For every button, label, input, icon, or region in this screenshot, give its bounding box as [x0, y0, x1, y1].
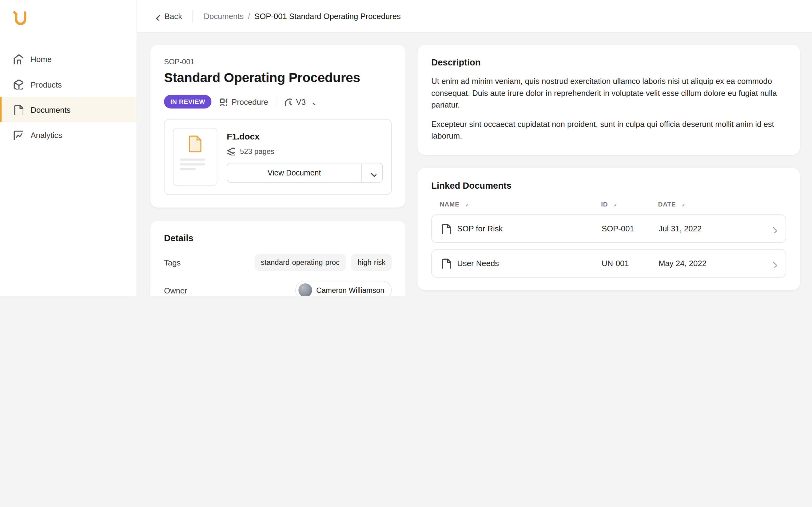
thumbnail-line: [180, 159, 205, 161]
brand-logo: [0, 0, 137, 38]
analytics-icon: [13, 130, 23, 140]
linked-document-row[interactable]: SOP for Risk SOP-001 Jul 31, 2022: [431, 214, 786, 243]
file-thumbnail-icon: [187, 135, 203, 153]
linked-document-name: SOP for Risk: [457, 224, 503, 233]
tags-chips: standard-operating-proc high-risk: [254, 254, 392, 271]
column-label: NAME: [440, 200, 460, 208]
sidebar-item-home[interactable]: Home: [0, 46, 137, 72]
sidebar-item-label: Documents: [31, 105, 70, 114]
breadcrumb-separator: /: [248, 12, 250, 20]
chevron-down-icon: [310, 99, 316, 105]
tag-chip: standard-operating-proc: [254, 254, 346, 271]
person-name: Cameron Williamson: [316, 286, 384, 294]
brand-logo-icon: [13, 10, 28, 28]
sidebar-item-documents[interactable]: Documents: [0, 97, 137, 122]
file-preview-box: F1.docx 523 pages View Document: [164, 119, 392, 195]
sort-icon: [611, 201, 616, 207]
header-divider: [193, 10, 193, 22]
view-document-caret[interactable]: [361, 163, 382, 182]
column-header-name[interactable]: NAME: [440, 200, 601, 208]
linked-document-name: User Needs: [457, 259, 499, 268]
linked-documents-table-header: NAME ID DATE: [431, 200, 786, 208]
sort-icon: [462, 201, 468, 207]
column-label: DATE: [658, 200, 676, 208]
linked-document-open-chevron[interactable]: [766, 224, 777, 232]
document-type: Procedure: [219, 97, 268, 106]
page-title: Standard Operating Procedures: [164, 70, 392, 86]
file-pages-label: 523 pages: [240, 147, 274, 155]
app-root: Home Products Documents Analytics Settin…: [0, 0, 812, 296]
description-paragraph: Ut enim ad minim veniam, quis nostrud ex…: [431, 75, 786, 111]
sidebar-nav: Home Products Documents Analytics: [0, 46, 137, 148]
person-chip-owner: Cameron Williamson: [295, 281, 392, 296]
file-icon: [440, 258, 451, 268]
left-column: SOP-001 Standard Operating Procedures IN…: [150, 45, 406, 296]
sort-icon: [678, 201, 684, 207]
home-icon: [13, 54, 23, 64]
back-label: Back: [164, 12, 182, 20]
detail-row-owner: Owner Cameron Williamson: [164, 281, 392, 296]
thumbnail-line: [180, 168, 196, 170]
breadcrumb: Documents / SOP-001 Standard Operating P…: [204, 12, 401, 20]
linked-document-date: Jul 31, 2022: [659, 224, 766, 233]
main-area: Back Documents / SOP-001 Standard Operat…: [137, 0, 812, 296]
file-icon: [440, 223, 451, 233]
top-bar: Back Documents / SOP-001 Standard Operat…: [137, 0, 812, 33]
linked-document-open-chevron[interactable]: [766, 259, 777, 267]
breadcrumb-current: SOP-001 Standard Operating Procedures: [254, 12, 401, 20]
view-document-label: View Document: [227, 163, 361, 182]
linked-document-date: May 24, 2022: [659, 259, 766, 268]
chevron-right-icon: [769, 224, 777, 232]
view-document-button[interactable]: View Document: [227, 163, 383, 182]
sidebar: Home Products Documents Analytics Settin…: [0, 0, 137, 296]
linked-document-row[interactable]: User Needs UN-001 May 24, 2022: [431, 249, 786, 277]
chevron-left-icon: [152, 12, 160, 20]
clock-icon: [283, 97, 292, 106]
version-label: V3: [296, 97, 306, 106]
column-label: ID: [601, 200, 608, 208]
owner-label: Owner: [164, 286, 187, 295]
column-header-date[interactable]: DATE: [658, 200, 766, 208]
description-heading: Description: [431, 57, 786, 68]
grid-icon: [219, 97, 227, 106]
thumbnail-line: [180, 163, 205, 165]
description-paragraph: Excepteur sint occaecat cupidatat non pr…: [431, 118, 786, 142]
sidebar-item-label: Home: [31, 54, 52, 63]
linked-document-name-cell: User Needs: [440, 258, 602, 268]
details-heading: Details: [164, 233, 392, 244]
file-pages: 523 pages: [227, 147, 383, 155]
linked-documents-card: Linked Documents NAME ID DATE: [418, 168, 800, 290]
linked-document-name-cell: SOP for Risk: [440, 223, 602, 233]
documents-icon: [13, 104, 23, 115]
details-card: Details Tags standard-operating-proc hig…: [150, 221, 406, 296]
back-button[interactable]: Back: [152, 12, 182, 20]
meta-divider: [275, 95, 276, 108]
layers-icon: [227, 147, 235, 155]
linked-document-id: UN-001: [602, 259, 659, 268]
file-name: F1.docx: [227, 131, 383, 142]
right-column: Description Ut enim ad minim veniam, qui…: [418, 45, 800, 296]
owner-chips: Cameron Williamson: [295, 281, 392, 296]
tag-chip: high-risk: [351, 254, 392, 271]
sidebar-item-label: Products: [31, 80, 61, 89]
chevron-right-icon: [769, 259, 777, 267]
document-type-label: Procedure: [232, 97, 268, 106]
document-meta-row: IN REVIEW Procedure V3: [164, 95, 392, 109]
content: SOP-001 Standard Operating Procedures IN…: [137, 33, 812, 296]
version-selector[interactable]: V3: [283, 97, 316, 106]
status-badge: IN REVIEW: [164, 95, 212, 109]
document-code: SOP-001: [164, 57, 392, 66]
sidebar-item-analytics[interactable]: Analytics: [0, 122, 137, 148]
avatar: [298, 283, 312, 296]
tags-label: Tags: [164, 258, 181, 267]
detail-row-tags: Tags standard-operating-proc high-risk: [164, 253, 392, 272]
sidebar-item-products[interactable]: Products: [0, 72, 137, 97]
chevron-down-icon: [368, 168, 376, 177]
document-summary-card: SOP-001 Standard Operating Procedures IN…: [150, 45, 406, 208]
document-thumbnail: [173, 128, 217, 186]
file-info: F1.docx 523 pages View Document: [227, 128, 383, 186]
description-card: Description Ut enim ad minim veniam, qui…: [418, 45, 800, 155]
column-header-id[interactable]: ID: [601, 200, 658, 208]
linked-document-id: SOP-001: [602, 224, 659, 233]
breadcrumb-parent[interactable]: Documents: [204, 12, 244, 20]
